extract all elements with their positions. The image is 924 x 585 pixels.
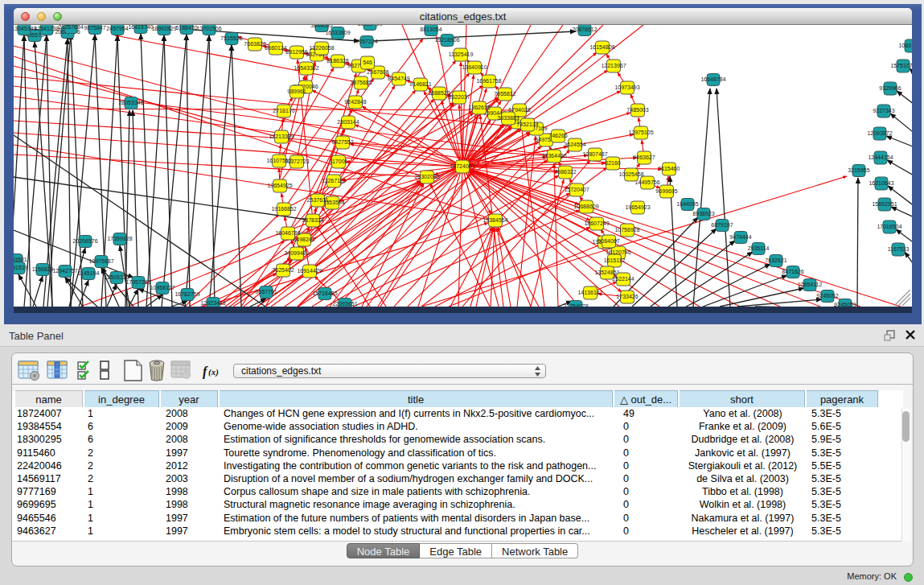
svg-text:34099489: 34099489	[284, 250, 309, 256]
svg-text:15751074: 15751074	[890, 63, 912, 68]
svg-text:391519: 391519	[14, 265, 28, 270]
svg-text:7452134: 7452134	[516, 122, 538, 127]
svg-text:19654923: 19654923	[625, 204, 650, 210]
svg-text:19218506: 19218506	[434, 37, 459, 43]
svg-text:10688609: 10688609	[573, 204, 598, 209]
svg-text:9227343: 9227343	[873, 108, 894, 113]
svg-text:14136141: 14136141	[577, 290, 602, 295]
svg-text:8938923: 8938923	[692, 211, 714, 216]
svg-text:8454749: 8454749	[388, 76, 409, 81]
svg-text:7955812: 7955812	[494, 91, 515, 97]
svg-text:10973493: 10973493	[614, 84, 639, 90]
svg-text:11325419: 11325419	[449, 51, 474, 57]
svg-text:10756928: 10756928	[614, 227, 639, 233]
svg-text:16033809: 16033809	[325, 30, 350, 35]
svg-text:13640910: 13640910	[462, 64, 487, 70]
svg-text:2153501: 2153501	[14, 257, 27, 262]
svg-text:5188470: 5188470	[175, 25, 197, 31]
svg-text:117006: 117006	[330, 159, 348, 164]
svg-text:9084067: 9084067	[598, 238, 619, 244]
svg-text:16543362: 16543362	[294, 65, 318, 71]
svg-text:9427552: 9427552	[331, 139, 353, 145]
svg-text:14495756: 14495756	[634, 179, 659, 185]
svg-text:15692951: 15692951	[872, 201, 897, 207]
svg-text:21364436: 21364436	[541, 153, 566, 159]
svg-text:8660124: 8660124	[265, 45, 286, 51]
svg-text:3644095: 3644095	[310, 25, 332, 28]
svg-text:9657791: 9657791	[255, 289, 277, 295]
svg-text:8912956: 8912956	[285, 49, 307, 55]
svg-text:18607249: 18607249	[584, 220, 609, 226]
svg-text:12923448: 12923448	[200, 300, 225, 306]
svg-text:3875685: 3875685	[350, 80, 372, 85]
svg-text:9875847: 9875847	[84, 25, 105, 31]
svg-text:16107552: 16107552	[266, 158, 291, 163]
svg-text:12942757: 12942757	[52, 268, 77, 274]
svg-text:7515526: 7515526	[220, 35, 242, 41]
svg-text:1733426: 1733426	[616, 294, 638, 299]
svg-text:2457954: 2457954	[106, 26, 128, 31]
svg-text:(x): (x)	[208, 367, 219, 377]
svg-text:2803144: 2803144	[337, 119, 359, 125]
svg-text:12213967: 12213967	[601, 63, 626, 68]
svg-text:9329966: 9329966	[879, 85, 901, 91]
svg-text:16415740: 16415740	[128, 25, 153, 30]
svg-text:2522144: 2522144	[612, 276, 634, 282]
svg-text:62160: 62160	[605, 160, 621, 166]
svg-text:17957263: 17957263	[125, 279, 150, 285]
svg-text:28053346: 28053346	[118, 100, 143, 105]
svg-text:18992829: 18992829	[151, 26, 176, 31]
svg-text:10958117: 10958117	[150, 285, 175, 290]
svg-text:17016504: 17016504	[877, 224, 901, 229]
svg-text:22093651: 22093651	[332, 301, 357, 307]
svg-text:12541238: 12541238	[34, 26, 59, 31]
svg-text:20206576: 20206576	[72, 238, 97, 244]
svg-text:16961758: 16961758	[476, 78, 501, 84]
svg-text:25302033: 25302033	[414, 174, 439, 179]
svg-text:16154808: 16154808	[589, 44, 614, 50]
svg-text:18724007: 18724007	[450, 163, 474, 169]
svg-text:1156829: 1156829	[32, 266, 54, 272]
svg-text:19523409: 19523409	[357, 25, 382, 27]
svg-text:9699695: 9699695	[655, 188, 677, 194]
svg-text:2718170: 2718170	[273, 108, 294, 113]
svg-text:16046786: 16046786	[275, 230, 300, 236]
svg-text:20878612: 20878612	[572, 27, 597, 32]
svg-text:19654925: 19654925	[267, 183, 292, 188]
svg-text:19384554: 19384554	[483, 217, 507, 223]
svg-text:13045349: 13045349	[14, 26, 37, 31]
svg-text:21257684: 21257684	[58, 25, 83, 30]
svg-text:3878334: 3878334	[302, 217, 323, 223]
svg-text:16914479: 16914479	[297, 268, 322, 274]
svg-text:12444154: 12444154	[868, 154, 893, 160]
svg-text:1362615: 1362615	[468, 105, 490, 110]
svg-text:1644095: 1644095	[676, 201, 698, 207]
svg-text:9474444: 9474444	[729, 234, 751, 240]
svg-text:12213389: 12213389	[269, 134, 294, 139]
svg-text:546: 546	[363, 60, 372, 65]
svg-text:2967608: 2967608	[367, 69, 388, 75]
svg-text:9245052: 9245052	[816, 293, 838, 299]
svg-text:7357224: 7357224	[355, 39, 377, 44]
svg-text:7663822: 7663822	[244, 41, 265, 47]
svg-text:3333883: 3333883	[497, 115, 519, 121]
svg-text:f: f	[203, 365, 208, 379]
svg-text:17359928: 17359928	[107, 236, 132, 241]
svg-text:7485003: 7485003	[626, 107, 648, 113]
svg-text:1615112: 1615112	[604, 257, 626, 263]
svg-text:7632621: 7632621	[765, 257, 786, 263]
svg-text:1167533: 1167533	[888, 246, 910, 252]
svg-text:9463627: 9463627	[633, 154, 655, 160]
svg-text:989961: 989961	[287, 89, 306, 94]
svg-text:15716485: 15716485	[312, 290, 337, 296]
svg-text:3624554: 3624554	[564, 142, 585, 147]
svg-text:10025458: 10025458	[618, 171, 643, 177]
svg-text:6879197: 6879197	[711, 222, 733, 228]
svg-text:9242848: 9242848	[344, 99, 366, 105]
svg-text:13267110: 13267110	[322, 178, 347, 183]
svg-text:8813054: 8813054	[420, 27, 441, 32]
svg-text:3215955: 3215955	[848, 167, 869, 173]
svg-text:16210643: 16210643	[869, 180, 893, 186]
svg-text:13226058: 13226058	[309, 45, 334, 51]
svg-text:15720407: 15720407	[564, 187, 589, 192]
